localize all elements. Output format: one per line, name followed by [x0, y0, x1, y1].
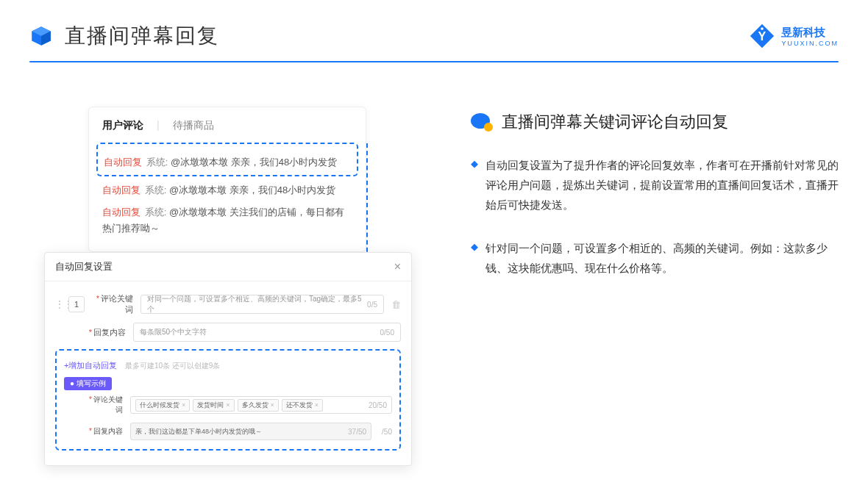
comment-text: @冰墩墩本墩 亲亲，我们48小时内发货	[171, 157, 337, 168]
tag-remove-icon[interactable]: ×	[226, 401, 230, 409]
diamond-bullet-icon: ◆	[471, 238, 478, 278]
tabs: 用户评论 | 待播商品	[102, 119, 352, 132]
header: 直播间弹幕回复 Y 昱新科技 YUUXIN.COM	[0, 0, 868, 57]
comment-row: 自动回复 系统: @冰墩墩本墩 亲亲，我们48小时内发货	[104, 154, 351, 171]
keyword-input[interactable]: 对同一个问题，可设置多个相近、高频的关键词，Tag确定，最多5个 0/5	[140, 295, 384, 314]
left-mock: 用户评论 | 待播商品 自动回复 系统: @冰墩墩本墩 亲亲，我们48小时内发货…	[44, 99, 412, 301]
bullet-item: ◆ 自动回复设置为了提升作者的评论回复效率，作者可在开播前针对常见的评论用户问题…	[471, 155, 839, 215]
bullet-text: 自动回复设置为了提升作者的评论回复效率，作者可在开播前针对常见的评论用户问题，提…	[485, 155, 839, 215]
drag-handle-icon[interactable]: ⋮⋮	[55, 299, 61, 309]
demo-badge: ● 填写示例	[64, 377, 112, 390]
form-row-keyword: ⋮⋮ 1 *评论关键词 对同一个问题，可设置多个相近、高频的关键词，Tag确定，…	[55, 293, 401, 315]
demo-reply-label: *回复内容	[86, 426, 123, 437]
tab-pending-goods[interactable]: 待播商品	[173, 119, 214, 132]
spare-counter: /50	[382, 428, 392, 436]
keyword-tag[interactable]: 还不发货×	[282, 399, 323, 412]
char-counter: 0/50	[380, 329, 394, 337]
add-hint: 最多可建10条 还可以创建9条	[125, 362, 220, 370]
demo-reply-input[interactable]: 亲，我们这边都是下单48小时内发货的哦～ 37/50	[130, 423, 371, 440]
order-number: 1	[68, 296, 85, 312]
bullet-text: 针对同一个问题，可设置多个相近的、高频的关键词。例如：这款多少钱、这块能优惠吗、…	[485, 238, 839, 278]
add-auto-reply-link[interactable]: +增加自动回复	[64, 361, 117, 370]
tab-divider: |	[157, 119, 160, 132]
auto-reply-tag: 自动回复	[102, 207, 140, 218]
form-row-reply: *回复内容 每条限50个中文字符 0/50	[55, 323, 401, 342]
char-counter: 20/50	[369, 401, 387, 409]
system-tag: 系统:	[146, 157, 168, 168]
comment-text: @冰墩墩本墩 亲亲，我们48小时内发货	[169, 184, 335, 195]
keyword-tag[interactable]: 什么时候发货×	[135, 399, 190, 412]
example-box: +增加自动回复 最多可建10条 还可以创建9条 ● 填写示例 *评论关键词 什么…	[55, 349, 401, 451]
settings-card: 自动回复设置 × ⋮⋮ 1 *评论关键词 对同一个问题，可设置多个相近、高频的关…	[44, 252, 412, 466]
comment-row: 自动回复 系统: @冰墩墩本墩 关注我们的店铺，每日都有热门推荐呦～	[102, 204, 352, 237]
keyword-label: *评论关键词	[92, 293, 133, 315]
right-panel: 直播间弹幕关键词评论自动回复 ◆ 自动回复设置为了提升作者的评论回复效率，作者可…	[471, 99, 839, 301]
highlighted-comment-box: 自动回复 系统: @冰墩墩本墩 亲亲，我们48小时内发货	[96, 143, 358, 176]
placeholder-text: 对同一个问题，可设置多个相近、高频的关键词，Tag确定，最多5个	[147, 294, 367, 315]
demo-keyword-label: *评论关键词	[86, 395, 123, 415]
char-counter: 0/5	[367, 301, 377, 309]
system-tag: 系统:	[145, 207, 167, 218]
tag-remove-icon[interactable]: ×	[271, 401, 274, 409]
brand-name: 昱新科技	[781, 26, 839, 40]
close-icon[interactable]: ×	[394, 260, 401, 273]
demo-keyword-input[interactable]: 什么时候发货×发货时间×多久发货×还不发货× 20/50	[130, 396, 392, 414]
reply-label: *回复内容	[85, 327, 126, 338]
keyword-tag[interactable]: 发货时间×	[193, 399, 234, 412]
tag-remove-icon[interactable]: ×	[182, 401, 185, 409]
tags-container: 什么时候发货×发货时间×多久发货×还不发货×	[135, 399, 326, 412]
tab-user-comments[interactable]: 用户评论	[102, 119, 143, 132]
svg-text:Y: Y	[758, 29, 766, 43]
auto-reply-tag: 自动回复	[104, 157, 142, 168]
demo-keyword-row: *评论关键词 什么时候发货×发货时间×多久发货×还不发货× 20/50	[64, 395, 392, 415]
placeholder-text: 每条限50个中文字符	[140, 327, 207, 337]
reply-input[interactable]: 每条限50个中文字符 0/50	[133, 323, 401, 342]
svg-point-5	[761, 27, 764, 30]
settings-title: 自动回复设置	[55, 260, 113, 273]
diamond-bullet-icon: ◆	[471, 155, 478, 215]
demo-reply-text: 亲，我们这边都是下单48小时内发货的哦～	[135, 427, 262, 437]
char-counter: 37/50	[348, 428, 366, 436]
auto-reply-tag: 自动回复	[102, 184, 140, 195]
system-tag: 系统:	[145, 184, 167, 195]
brand: Y 昱新科技 YUUXIN.COM	[749, 23, 839, 49]
brand-icon: Y	[749, 23, 775, 49]
tag-remove-icon[interactable]: ×	[315, 401, 319, 409]
chat-bubble-icon	[471, 113, 493, 132]
settings-header: 自动回复设置 ×	[45, 253, 411, 281]
cube-icon	[29, 24, 53, 48]
trash-icon[interactable]: 🗑	[391, 299, 401, 310]
section-head: 直播间弹幕关键词评论自动回复	[471, 111, 839, 133]
bullet-item: ◆ 针对同一个问题，可设置多个相近的、高频的关键词。例如：这款多少钱、这块能优惠…	[471, 238, 839, 278]
comment-row: 自动回复 系统: @冰墩墩本墩 亲亲，我们48小时内发货	[102, 182, 352, 198]
page-title: 直播间弹幕回复	[65, 22, 219, 50]
brand-url: YUUXIN.COM	[781, 40, 839, 47]
comments-card: 用户评论 | 待播商品 自动回复 系统: @冰墩墩本墩 亲亲，我们48小时内发货…	[88, 107, 366, 252]
demo-reply-row: *回复内容 亲，我们这边都是下单48小时内发货的哦～ 37/50 /50	[64, 423, 392, 440]
section-title: 直播间弹幕关键词评论自动回复	[502, 111, 728, 133]
keyword-tag[interactable]: 多久发货×	[238, 399, 279, 412]
